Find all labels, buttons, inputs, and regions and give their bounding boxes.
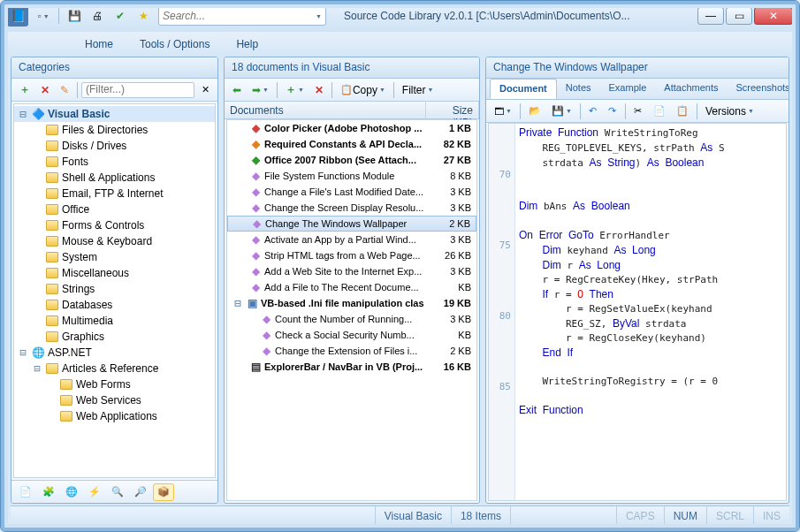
tree-item[interactable]: Web Services [14, 392, 215, 408]
tool-2[interactable]: 🧩 [38, 483, 59, 501]
tree-item[interactable]: Strings [14, 281, 215, 297]
expand-icon[interactable]: ⊟ [18, 346, 28, 359]
doc-row[interactable]: ◆Required Constants & API Decla...82 KB [227, 136, 476, 152]
doc-icon: ◆ [260, 329, 272, 341]
search-box[interactable]: ▼ [158, 6, 326, 26]
tree-item[interactable]: Disks / Drives [14, 138, 215, 154]
tree-item[interactable]: Mouse & Keyboard [14, 233, 215, 249]
menu-home[interactable]: Home [80, 35, 118, 53]
doc-row[interactable]: ◆Change the Screen Display Resolu...3 KB [227, 200, 476, 216]
view-button[interactable]: 🗔▼ [490, 103, 516, 120]
doc-row[interactable]: ◆Color Picker (Adobe Photoshop ...1 KB [227, 120, 476, 136]
add-doc-button[interactable]: ＋▼ [281, 81, 309, 99]
col-size[interactable]: Size (KB) [426, 102, 479, 118]
delete-doc-button[interactable]: ✕ [310, 81, 328, 99]
maximize-button[interactable]: ▭ [726, 7, 752, 25]
new-button[interactable]: ▫▼ [34, 6, 53, 26]
undo-button[interactable]: ↶ [584, 103, 602, 120]
copy-code-button[interactable]: 📄 [649, 103, 670, 120]
tree-item[interactable]: Databases [14, 297, 215, 313]
tab-document[interactable]: Document [490, 79, 557, 99]
tree-label: Web Forms [76, 378, 131, 391]
close-button[interactable]: ✕ [754, 7, 793, 25]
check-button[interactable]: ✔ [110, 6, 130, 26]
print-button[interactable]: 🖨 [88, 6, 107, 26]
col-documents[interactable]: Documents [225, 102, 426, 118]
filter-docs-button[interactable]: Filter▼ [398, 81, 438, 99]
back-button[interactable]: ⬅ [228, 81, 246, 99]
tool-4[interactable]: ⚡ [84, 483, 105, 501]
save-button[interactable]: 💾 [65, 6, 84, 26]
open-button[interactable]: 📂 [524, 103, 545, 120]
category-filter-input[interactable] [86, 83, 190, 95]
category-filter[interactable] [81, 82, 194, 98]
menu-tools[interactable]: Tools / Options [134, 35, 215, 53]
tool-3[interactable]: 🌐 [61, 483, 82, 501]
tree-item[interactable]: Office [14, 201, 215, 217]
tree-item[interactable]: Graphics [14, 329, 215, 345]
tree-item[interactable]: Fonts [14, 154, 215, 170]
paste-button[interactable]: 📋 [672, 103, 693, 120]
tree-item[interactable]: Web Applications [14, 408, 215, 424]
doc-row[interactable]: ▤ExplorerBar / NavBar in VB (Proj...16 K… [227, 359, 476, 375]
doc-row[interactable]: ◆Change a File's Last Modified Date...3 … [227, 184, 476, 200]
copy-button[interactable]: 📋 Copy▼ [336, 81, 390, 99]
tree-item[interactable]: ⊟🌐ASP.NET [14, 345, 215, 361]
redo-button[interactable]: ↷ [604, 103, 621, 120]
doc-row[interactable]: ◆Office 2007 Ribbon (See Attach...27 KB [227, 152, 476, 168]
save-code-button[interactable]: 💾▼ [547, 103, 576, 120]
doc-row[interactable]: ◆File System Functions Module8 KB [227, 168, 476, 184]
tree-item[interactable]: Email, FTP & Internet [14, 186, 215, 201]
filter-clear-button[interactable]: ✕ [196, 81, 214, 99]
tree-label: Databases [62, 299, 112, 311]
tab-example[interactable]: Example [600, 79, 656, 99]
doc-row[interactable]: ◆Check a Social Security Numb...KB [227, 327, 476, 343]
category-tree[interactable]: ⊟🔷Visual BasicFiles & DirectoriesDisks /… [13, 103, 216, 478]
doc-size: 3 KB [432, 234, 476, 245]
doc-row[interactable]: ◆Add a File to The Recent Docume...KB [227, 279, 476, 295]
documents-list[interactable]: ◆Color Picker (Adobe Photoshop ...1 KB◆R… [226, 119, 477, 501]
tab-notes[interactable]: Notes [557, 79, 600, 99]
doc-row[interactable]: ◆Add a Web Site to the Internet Exp...3 … [227, 263, 476, 279]
minimize-button[interactable]: — [697, 7, 724, 25]
tree-item[interactable]: Multimedia [14, 313, 215, 329]
tree-item[interactable]: System [14, 249, 215, 265]
doc-row[interactable]: ◆Change The Windows Wallpaper2 KB [227, 216, 476, 232]
doc-row[interactable]: ⊟▣VB-based .Ini file manipulation clas19… [227, 295, 476, 311]
expand-icon[interactable]: ⊟ [18, 108, 28, 120]
doc-row[interactable]: ◆Change the Extension of Files i...2 KB [227, 343, 476, 359]
forward-button[interactable]: ➡▼ [248, 81, 273, 99]
tree-item[interactable]: ⊟Articles & Reference [14, 361, 215, 376]
doc-row[interactable]: ◆Activate an App by a Partial Wind...3 K… [227, 232, 476, 247]
delete-category-button[interactable]: ✕ [36, 81, 54, 99]
menu-help[interactable]: Help [231, 35, 263, 53]
tree-item[interactable]: Forms & Controls [14, 217, 215, 233]
tree-item[interactable]: Web Forms [14, 376, 215, 392]
doc-name: Change the Screen Display Resolu... [264, 202, 432, 213]
tool-6[interactable]: 🔎 [130, 483, 151, 501]
add-category-button[interactable]: ＋ [15, 81, 34, 99]
code-editor[interactable]: 70 75 80 85 Private Function WriteString… [488, 123, 787, 501]
tool-5[interactable]: 🔍 [107, 483, 128, 501]
tool-7[interactable]: 📦 [153, 483, 174, 501]
favorite-button[interactable]: ★ [133, 6, 153, 26]
tree-item[interactable]: Miscellaneous [14, 265, 215, 281]
tree-item[interactable]: Files & Directories [14, 122, 215, 138]
code-content[interactable]: Private Function WriteStringToReg REG_TO… [515, 124, 786, 500]
expand-icon[interactable]: ⊟ [232, 297, 243, 309]
expand-icon[interactable]: ⊟ [32, 362, 42, 375]
tab-attachments[interactable]: Attachments [655, 79, 727, 99]
search-input[interactable] [163, 10, 314, 22]
versions-button[interactable]: Versions▼ [701, 103, 758, 120]
tool-1[interactable]: 📄 [15, 483, 36, 501]
doc-name: Check a Social Security Numb... [275, 330, 432, 340]
doc-row[interactable]: ◆Strip HTML tags from a Web Page...26 KB [227, 247, 476, 263]
doc-row[interactable]: ◆Count the Number of Running...3 KB [227, 311, 476, 327]
doc-name: Change the Extension of Files i... [275, 346, 432, 356]
tree-item[interactable]: Shell & Applications [14, 170, 215, 186]
tab-screenshots[interactable]: Screenshots [727, 79, 789, 99]
search-dropdown-icon[interactable]: ▼ [316, 13, 322, 19]
cut-button[interactable]: ✂ [629, 103, 647, 120]
edit-category-button[interactable]: ✎ [56, 81, 73, 99]
tree-item[interactable]: ⊟🔷Visual Basic [14, 106, 215, 122]
